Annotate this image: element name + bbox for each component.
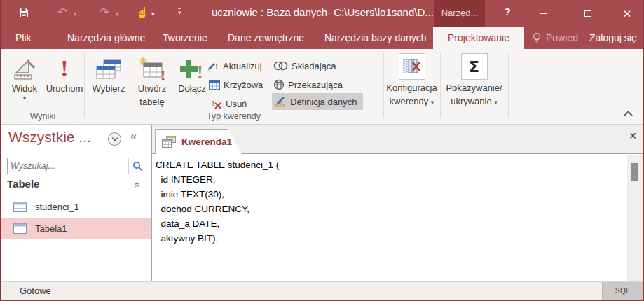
redo-button[interactable]: ↷ xyxy=(100,6,109,19)
dropdown-icon: ▾ xyxy=(494,99,498,106)
tab-tworzenie[interactable]: Tworzenie xyxy=(163,27,207,49)
nav-item-tabela1[interactable]: Tabela1 xyxy=(1,218,151,239)
show-hide-label-1: Pokazywanie/ xyxy=(440,83,508,93)
crosstab-query-button[interactable]: Krzyżowa xyxy=(209,76,263,93)
tab-plik[interactable]: Plik xyxy=(15,27,32,49)
show-hide-label-2: ukrywanie xyxy=(451,96,492,106)
group-label-wyniki: Wyniki xyxy=(1,111,84,122)
view-button[interactable]: Widok ▾ xyxy=(4,53,45,102)
help-button[interactable]: ? xyxy=(499,6,516,18)
svg-text:!: ! xyxy=(197,62,203,81)
append-label: Dołącz xyxy=(174,83,210,94)
scrollbar-thumb[interactable] xyxy=(631,163,638,181)
status-text: Gotowe xyxy=(20,286,51,296)
document-tab-bar: Kwerenda1 ✕ xyxy=(152,125,643,154)
search-button[interactable] xyxy=(128,158,146,174)
crosstab-query-label: Krzyżowa xyxy=(224,80,263,90)
save-icon xyxy=(18,7,29,18)
sign-in-button[interactable]: Zaloguj się xyxy=(589,27,637,49)
document-tab-kwerenda1[interactable]: Kwerenda1 xyxy=(155,129,242,154)
make-table-button[interactable]: ! Utwórz tabelę xyxy=(132,53,172,108)
query-setup-label-1: Konfiguracja xyxy=(383,83,440,93)
make-table-label-2: tabelę xyxy=(132,97,172,108)
run-button[interactable]: ! Uruchom xyxy=(45,53,84,94)
touch-mode-dropdown-icon[interactable]: ▾ xyxy=(151,10,155,18)
design-view-icon xyxy=(12,56,37,81)
nav-item-studenci-1[interactable]: studenci_1 xyxy=(1,197,151,217)
tab-dane-zewnetrzne[interactable]: Dane zewnętrzne xyxy=(228,27,304,49)
sql-view-button[interactable]: SQL xyxy=(602,282,643,300)
vertical-scrollbar[interactable] xyxy=(627,155,643,281)
access-window: ↶ ▾ ↷ ▾ ☝ ▾ ▾ uczniowie : Baza danych- C… xyxy=(0,0,644,301)
save-button[interactable] xyxy=(18,7,29,18)
show-hide-button[interactable]: Σ Pokazywanie/ ukrywanie ▾ xyxy=(440,53,508,108)
qat-menu-icon[interactable]: ▾ xyxy=(178,9,181,16)
view-button-label: Widok xyxy=(4,83,45,94)
update-query-button[interactable]: ! Aktualizuj xyxy=(207,57,262,74)
section-collapse-icon[interactable]: « xyxy=(132,182,144,188)
dropdown-icon: ▾ xyxy=(431,99,434,106)
select-query-button[interactable]: Wybierz xyxy=(85,53,132,94)
nav-search xyxy=(7,158,146,174)
sql-editor[interactable]: CREATE TABLE studenci_1 ( id INTEGER, im… xyxy=(152,155,627,281)
make-table-icon: ! xyxy=(138,57,166,81)
undo-dropdown-icon[interactable]: ▾ xyxy=(74,10,77,18)
svg-text:!: ! xyxy=(212,98,214,108)
passthrough-query-button[interactable]: Przekazująca xyxy=(273,76,343,93)
ribbon: Widok ▾ ! Uruchom Wyniki Wybierz xyxy=(1,49,643,125)
table-icon xyxy=(13,202,27,212)
contextual-tab-header[interactable]: Narzęd... xyxy=(434,0,485,27)
union-query-button[interactable]: Składająca xyxy=(273,57,336,74)
lightbulb-icon xyxy=(532,32,542,44)
tab-projektowanie[interactable]: Projektowanie xyxy=(433,27,524,49)
ribbon-tab-bar: Plik Narzędzia główne Tworzenie Dane zew… xyxy=(1,27,643,49)
close-button[interactable]: ✕ xyxy=(612,0,642,27)
svg-text:!: ! xyxy=(160,66,165,81)
titlebar: ↶ ▾ ↷ ▾ ☝ ▾ ▾ uczniowie : Baza danych- C… xyxy=(1,0,643,27)
union-query-icon xyxy=(273,61,288,71)
close-icon: ✕ xyxy=(623,8,632,19)
svg-text:!: ! xyxy=(215,61,218,71)
nav-pane-title[interactable]: Wszystkie ... xyxy=(8,129,91,146)
run-icon: ! xyxy=(60,56,68,81)
undo-button[interactable]: ↶ xyxy=(57,6,67,19)
data-definition-button[interactable]: Definicja danych xyxy=(272,93,363,110)
navigation-pane: Wszystkie ... « Tabele « xyxy=(1,125,152,281)
document-close-button[interactable]: ✕ xyxy=(629,131,637,141)
query-setup-button[interactable]: Konfiguracja kwerendy ▾ xyxy=(383,53,440,108)
make-table-label-1: Utwórz xyxy=(132,83,172,94)
ribbon-collapse-icon[interactable] xyxy=(624,111,633,120)
search-icon xyxy=(132,161,143,172)
dropdown-icon: ▾ xyxy=(4,94,45,102)
search-input[interactable] xyxy=(8,158,128,174)
tab-narzedzia-glowne[interactable]: Narzędzia główne xyxy=(67,27,145,49)
append-button[interactable]: ! Dołącz xyxy=(174,53,210,94)
nav-section-tables[interactable]: Tabele xyxy=(7,178,39,190)
shutter-close-icon[interactable]: « xyxy=(130,130,137,143)
tab-narzedzia-bazy-danych[interactable]: Narzędzia bazy danych xyxy=(324,27,427,49)
query-setup-label-2: kwerendy xyxy=(390,96,429,106)
redo-dropdown-icon[interactable]: ▾ xyxy=(116,10,119,18)
minimize-button[interactable] xyxy=(528,0,558,27)
append-icon: ! xyxy=(180,59,204,81)
update-query-label: Aktualizuj xyxy=(223,61,262,71)
maximize-icon xyxy=(584,10,591,17)
passthrough-query-icon xyxy=(273,79,285,90)
passthrough-query-label: Przekazująca xyxy=(288,80,343,90)
status-bar: Gotowe SQL xyxy=(1,281,643,300)
sql-text[interactable]: CREATE TABLE studenci_1 ( id INTEGER, im… xyxy=(152,155,627,246)
query-setup-icon xyxy=(403,58,421,75)
touch-mode-button[interactable]: ☝ xyxy=(136,6,149,19)
maximize-button[interactable] xyxy=(573,0,603,27)
nav-pane-menu-button[interactable] xyxy=(108,132,121,146)
crosstab-query-icon xyxy=(209,80,220,90)
union-query-label: Składająca xyxy=(292,61,336,71)
group-label-typ-kwerendy: Typ kwerendy xyxy=(84,111,383,122)
data-definition-icon xyxy=(275,96,287,107)
delete-query-button[interactable]: ! Usuń xyxy=(212,95,247,112)
update-query-icon: ! xyxy=(207,60,219,71)
tab-powiedz-mi[interactable]: Powied xyxy=(546,27,578,49)
table-icon xyxy=(13,223,27,234)
delete-query-label: Usuń xyxy=(226,99,247,109)
select-query-icon xyxy=(95,59,122,81)
